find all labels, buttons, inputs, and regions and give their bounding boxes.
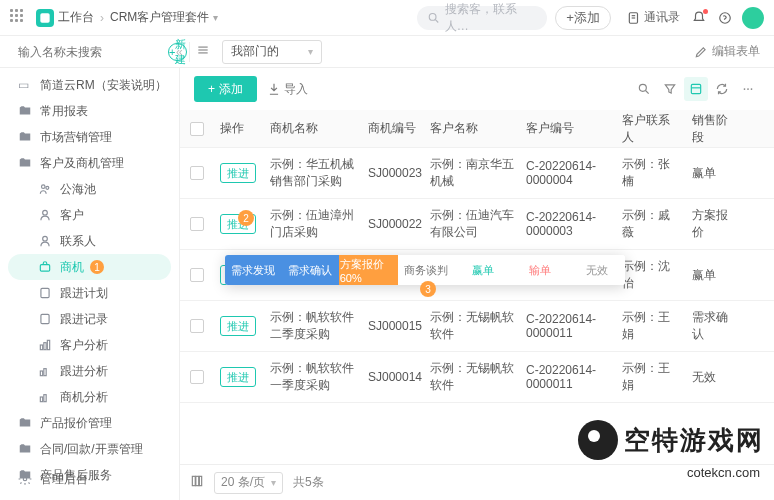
cell-name: 示例：帆软软件一季度采购 bbox=[264, 352, 362, 402]
svg-point-32 bbox=[747, 88, 749, 90]
sidebar-item-opp-analysis[interactable]: 商机分析 bbox=[0, 384, 179, 410]
collapse-sidebar-icon[interactable]: « bbox=[176, 45, 183, 59]
top-bar: 工作台 › CRM客户管理套件 ▾ 搜索客，联系人… + 添加 通讯录 bbox=[0, 0, 774, 36]
contacts-button[interactable]: 通讯录 bbox=[627, 9, 680, 26]
sidebar: ▭简道云RM（安装说明） 常用报表 市场营销管理 客户及商机管理 公海池 客户 … bbox=[0, 68, 180, 500]
bell-icon[interactable] bbox=[692, 11, 706, 25]
stage-step-lose[interactable]: 输单 bbox=[511, 255, 568, 285]
col-code: 商机编号 bbox=[362, 112, 424, 145]
folder-icon bbox=[18, 104, 32, 118]
checkbox-all[interactable] bbox=[190, 122, 204, 136]
chart-icon bbox=[38, 364, 52, 378]
sidebar-admin[interactable]: 管理后台 bbox=[0, 466, 180, 492]
svg-line-2 bbox=[436, 19, 439, 22]
cell-code: SJ000014 bbox=[362, 362, 424, 392]
page-size-select[interactable]: 20 条/页▾ bbox=[214, 472, 283, 494]
push-button[interactable]: 推进 bbox=[220, 163, 256, 183]
sidebar-item[interactable]: ▭简道云RM（安装说明） bbox=[0, 72, 179, 98]
table-row[interactable]: 推进 示例：华五机械销售部门采购 SJ000023 示例：南京华五机械 C-20… bbox=[180, 148, 774, 199]
checkbox[interactable] bbox=[190, 166, 204, 180]
table: 操作 商机名称 商机编号 客户名称 客户编号 客户联系人 销售阶段 推进 示例：… bbox=[180, 110, 774, 464]
svg-rect-24 bbox=[40, 397, 42, 402]
sidebar-item-cust-analysis[interactable]: 客户分析 bbox=[0, 332, 179, 358]
user-avatar[interactable] bbox=[742, 7, 764, 29]
svg-rect-25 bbox=[44, 395, 46, 402]
cell-contact: 示例：张楠 bbox=[616, 148, 686, 198]
chevron-down-icon[interactable]: ▾ bbox=[213, 12, 218, 23]
svg-point-27 bbox=[639, 84, 646, 91]
cell-contact: 示例：王娟 bbox=[616, 301, 686, 351]
import-button[interactable]: 导入 bbox=[267, 81, 308, 98]
refresh-icon[interactable] bbox=[710, 77, 734, 101]
table-footer: 20 条/页▾ 共5条 bbox=[180, 464, 774, 500]
add-button[interactable]: + 添加 bbox=[194, 76, 257, 102]
stage-step-win[interactable]: 赢单 bbox=[454, 255, 511, 285]
sidebar-item[interactable]: 常用报表 bbox=[0, 98, 179, 124]
sidebar-item-plan[interactable]: 跟进计划 bbox=[0, 280, 179, 306]
sidebar-search-input[interactable] bbox=[18, 41, 168, 63]
annotation-badge-2: 2 bbox=[238, 210, 254, 226]
sidebar-item-record[interactable]: 跟进记录 bbox=[0, 306, 179, 332]
svg-rect-36 bbox=[199, 476, 201, 485]
cell-cust: 示例：无锡帆软软件 bbox=[424, 301, 520, 351]
watermark-text: 空特游戏网 bbox=[624, 423, 764, 458]
edit-form-button[interactable]: 编辑表单 bbox=[694, 43, 760, 60]
svg-rect-19 bbox=[40, 345, 42, 350]
col-op: 操作 bbox=[214, 112, 264, 145]
sidebar-item-customer[interactable]: 客户 bbox=[0, 202, 179, 228]
push-button[interactable]: 推进 bbox=[220, 316, 256, 336]
columns-icon[interactable] bbox=[190, 474, 204, 491]
briefcase-icon bbox=[38, 260, 52, 274]
table-row[interactable]: 推进 示例：帆软软件一季度采购 SJ000014 示例：无锡帆软软件 C-202… bbox=[180, 352, 774, 403]
global-search-input[interactable]: 搜索客，联系人… bbox=[417, 6, 547, 30]
checkbox[interactable] bbox=[190, 319, 204, 333]
list-icon[interactable] bbox=[196, 43, 210, 60]
push-button[interactable]: 推进 bbox=[220, 367, 256, 387]
svg-point-1 bbox=[429, 13, 436, 20]
department-select[interactable]: 我部门的▾ bbox=[222, 40, 322, 64]
cell-custcode: C-20220614-0000003 bbox=[520, 202, 616, 246]
cell-contact: 示例：沈怡 bbox=[616, 250, 686, 300]
sidebar-item-follow-analysis[interactable]: 跟进分析 bbox=[0, 358, 179, 384]
search-icon[interactable] bbox=[632, 77, 656, 101]
cell-code: SJ000022 bbox=[362, 209, 424, 239]
svg-point-26 bbox=[23, 477, 27, 481]
view-icon[interactable] bbox=[684, 77, 708, 101]
secondary-bar: + 新建 « 我部门的▾ 编辑表单 bbox=[0, 36, 774, 68]
col-cust: 客户名称 bbox=[424, 112, 520, 145]
sidebar-item[interactable]: 市场营销管理 bbox=[0, 124, 179, 150]
svg-point-31 bbox=[744, 88, 746, 90]
stage-step-current[interactable]: 方案报价 60% bbox=[339, 255, 398, 285]
filter-icon[interactable] bbox=[658, 77, 682, 101]
checkbox[interactable] bbox=[190, 268, 204, 282]
stage-step-void[interactable]: 无效 bbox=[568, 255, 625, 285]
more-icon[interactable] bbox=[736, 77, 760, 101]
checkbox[interactable] bbox=[190, 370, 204, 384]
cell-name: 示例：伍迪漳州门店采购 bbox=[264, 199, 362, 249]
search-placeholder: 搜索客，联系人… bbox=[445, 1, 538, 35]
cell-code: SJ000015 bbox=[362, 311, 424, 341]
apps-grid-icon[interactable] bbox=[10, 9, 28, 27]
stage-step[interactable]: 需求发现 bbox=[225, 255, 282, 285]
sidebar-item[interactable]: 合同/回款/开票管理 bbox=[0, 436, 179, 462]
top-add-button[interactable]: + 添加 bbox=[555, 6, 611, 30]
svg-point-6 bbox=[720, 12, 731, 23]
folder-open-icon bbox=[18, 156, 32, 170]
cell-custcode: C-20220614-0000011 bbox=[520, 304, 616, 348]
sidebar-item[interactable]: 产品报价管理 bbox=[0, 410, 179, 436]
users-icon bbox=[38, 182, 52, 196]
sidebar-item-pool[interactable]: 公海池 bbox=[0, 176, 179, 202]
sidebar-item[interactable]: 客户及商机管理 bbox=[0, 150, 179, 176]
breadcrumb-workspace[interactable]: 工作台 bbox=[58, 9, 94, 26]
help-icon[interactable] bbox=[718, 11, 732, 25]
folder-icon bbox=[18, 130, 32, 144]
svg-rect-21 bbox=[47, 340, 49, 349]
svg-point-14 bbox=[43, 210, 48, 215]
sidebar-item-opportunity[interactable]: 商机1 bbox=[8, 254, 171, 280]
table-row[interactable]: 推进 示例：伍迪漳州门店采购 SJ000022 示例：伍迪汽车有限公司 C-20… bbox=[180, 199, 774, 250]
table-row[interactable]: 推进 示例：帆软软件二季度采购 SJ000015 示例：无锡帆软软件 C-202… bbox=[180, 301, 774, 352]
breadcrumb-suite[interactable]: CRM客户管理套件 bbox=[110, 9, 209, 26]
checkbox[interactable] bbox=[190, 217, 204, 231]
sidebar-item-contact[interactable]: 联系人 bbox=[0, 228, 179, 254]
stage-step[interactable]: 需求确认 bbox=[282, 255, 339, 285]
